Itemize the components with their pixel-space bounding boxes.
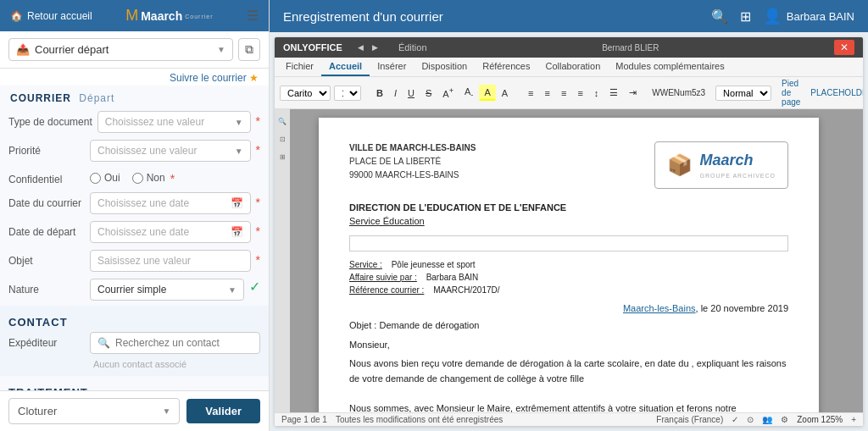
oo-document-page: Ville de Maarch-les-Bains Place de la Li… [319, 118, 819, 412]
tab-modules[interactable]: Modules complémentaires [608, 58, 732, 76]
contact-section-header: CONTACT [8, 311, 260, 332]
radio-oui[interactable] [90, 173, 101, 184]
pied-de-page-label[interactable]: Pied de page [782, 79, 800, 107]
tab-collaboration[interactable]: Collaboration [537, 58, 608, 76]
date-city-link[interactable]: Maarch-les-Bains [623, 303, 696, 313]
type-document-select[interactable]: Choisissez une valeur ▼ [97, 111, 251, 133]
align-left-button[interactable]: ≡ [523, 86, 538, 101]
tab-disposition[interactable]: Disposition [414, 58, 475, 76]
required-star: * [256, 250, 260, 267]
type-document-row: Type de document Choisissez une valeur ▼… [0, 108, 269, 136]
valider-button[interactable]: Valider [186, 399, 260, 423]
subscript-button[interactable]: A- [459, 84, 478, 102]
maarch-logo-area: 📦 Maarch GROUPE ARCHIVECO [654, 141, 788, 189]
nature-select[interactable]: Courrier simple ▼ [90, 279, 244, 301]
courrier-type-select[interactable]: 📤 Courrier départ ▼ [8, 38, 233, 61]
confidentiel-non-radio[interactable]: Non [132, 172, 165, 184]
highlight-button[interactable]: A [479, 85, 495, 101]
confidentiel-oui-radio[interactable]: Oui [90, 172, 120, 184]
collab-icon[interactable]: 👥 [762, 415, 772, 424]
required-star: * [256, 111, 260, 128]
cloturer-button[interactable]: Cloturer ▼ [8, 398, 180, 424]
zoom-level: Zoom 125% [797, 415, 843, 424]
traitement-section: TRAITEMENT Freté initiale Choisissez un … [0, 376, 269, 390]
tab-accueil[interactable]: Accueil [321, 58, 370, 76]
star-icon[interactable]: ★ [249, 72, 259, 84]
statusbar-left: Page 1 de 1 Toutes les modifications ont… [281, 415, 503, 424]
copy-icon-button[interactable]: ⧉ [238, 38, 260, 61]
confidentiel-row: Confidentiel Oui Non * [0, 165, 269, 189]
oo-close-button[interactable]: ✕ [834, 40, 854, 55]
hamburger-icon[interactable]: ☰ [247, 8, 259, 24]
chevron-down-icon: ▼ [162, 406, 170, 416]
date-text: , le 20 novembre 2019 [696, 303, 788, 313]
home-icon: 🏠 [10, 10, 23, 22]
date-depart-placeholder: Choisissez une date [97, 226, 189, 238]
track-changes-icon[interactable]: ⊙ [747, 415, 754, 424]
date-depart-row: Date de départ Choisissez une date 📅 * [0, 218, 269, 246]
required-star: * [256, 192, 260, 209]
superscript-button[interactable]: A+ [437, 84, 459, 102]
courrier-select-label: Courrier départ [35, 43, 108, 56]
no-contact-label: Aucun contact associé [90, 356, 260, 369]
logo-icon: M [125, 7, 138, 25]
settings-icon[interactable]: ⚙ [781, 415, 788, 424]
courrier-select-bar: 📤 Courrier départ ▼ ⧉ [0, 31, 269, 69]
oo-toolbar-1: Carito 11 B I U S A+ A- A A ≡ ≡ ≡ ≡ [275, 77, 863, 109]
contact-search-field[interactable] [115, 337, 253, 349]
spell-check-icon[interactable]: ✓ [732, 415, 738, 424]
service-text: Service Éducation [349, 214, 788, 229]
radio-non[interactable] [132, 173, 143, 184]
check-icon: ✓ [249, 279, 260, 295]
font-color-button[interactable]: A [497, 86, 513, 101]
zoom-in-icon[interactable]: + [851, 415, 856, 424]
tab-fichier[interactable]: Fichier [278, 58, 321, 76]
italic-button[interactable]: I [389, 86, 402, 101]
date-depart-input[interactable]: Choisissez une date 📅 [90, 221, 251, 243]
suivre-link[interactable]: Suivre le courrier [170, 72, 247, 84]
placeholder-label[interactable]: PLACEHOLDER [810, 88, 863, 97]
right-icons: 🔍 ⊞ 👤 Barbara BAIN [711, 7, 854, 25]
zoom-out-icon[interactable]: 🔍 [278, 118, 287, 125]
indent-button[interactable]: ⇥ [624, 85, 642, 101]
right-panel: Enregistrement d'un courrier 🔍 ⊞ 👤 Barba… [270, 0, 868, 431]
line-spacing-button[interactable]: ↕ [589, 86, 604, 101]
tab-references[interactable]: Références [475, 58, 537, 76]
align-center-button[interactable]: ≡ [540, 86, 555, 101]
align-right-button[interactable]: ≡ [556, 86, 571, 101]
page-count: Page 1 de 1 [281, 415, 327, 424]
objet-input[interactable]: Saisissez une valeur [90, 250, 251, 272]
direction-text: DIRECTION DE L'EDUCATION ET DE L'ENFANCE [349, 201, 788, 215]
layout-icon[interactable]: ⊞ [280, 153, 286, 161]
search-icon: 🔍 [97, 337, 110, 349]
grid-icon[interactable]: ⊞ [740, 8, 751, 25]
tab-inserer[interactable]: Insérer [370, 58, 414, 76]
justify-button[interactable]: ≡ [572, 86, 587, 101]
save-status: Toutes les modifications ont été enregis… [336, 415, 503, 424]
font-size-select[interactable]: 11 [334, 86, 361, 101]
cloturer-label: Cloturer [18, 405, 57, 417]
strikethrough-button[interactable]: S [420, 86, 437, 101]
calendar-icon: 📅 [231, 197, 243, 209]
search-icon[interactable]: 🔍 [711, 8, 728, 25]
oo-back-icon[interactable]: ◀ [358, 43, 364, 52]
style-select[interactable]: Normal [715, 86, 771, 101]
oo-topbar-left: ONLYOFFICE ◀ ▶ Édition [283, 42, 427, 52]
maarch-logo-sub: GROUPE ARCHIVECO [699, 172, 776, 181]
underline-button[interactable]: U [403, 86, 420, 101]
bold-button[interactable]: B [371, 86, 388, 101]
body-para2: Nous sommes, avec Monsieur le Maire, ext… [349, 401, 788, 412]
affaire-value: Barbara BAIN [426, 271, 479, 284]
fit-page-icon[interactable]: ⊡ [280, 135, 286, 143]
date-courrier-input[interactable]: Choisissez une date 📅 [90, 192, 251, 214]
list-button[interactable]: ☰ [604, 85, 623, 101]
oo-forward-icon[interactable]: ▶ [372, 43, 378, 52]
font-family-select[interactable]: Carito [280, 86, 331, 101]
back-home-button[interactable]: 🏠 Retour accueil [10, 10, 92, 22]
priorite-select[interactable]: Choisissez une valeur ▼ [90, 140, 251, 162]
left-form-scroll: COURRIER Départ Type de document Choisis… [0, 86, 269, 390]
org-address2: 99000 Maarch-les-Bains [349, 169, 476, 181]
search-contact-input[interactable]: 🔍 [90, 332, 260, 354]
right-topbar: Enregistrement d'un courrier 🔍 ⊞ 👤 Barba… [270, 0, 868, 32]
type-document-label: Type de document [8, 111, 92, 128]
